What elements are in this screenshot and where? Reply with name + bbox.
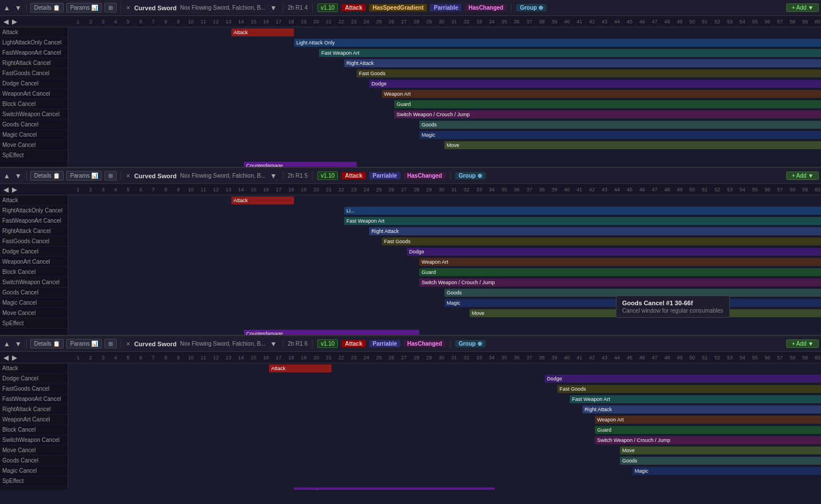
bar-7-0[interactable]: Guard bbox=[394, 100, 821, 108]
bar-3-0[interactable]: Right Attack bbox=[344, 59, 821, 67]
label-row-10: Magic Cancel bbox=[0, 298, 68, 308]
tag-haschanged[interactable]: HasChanged bbox=[404, 340, 446, 347]
label-row-13 bbox=[0, 161, 68, 167]
tag-hasspeedgradient[interactable]: HasSpeedGradient bbox=[369, 4, 427, 11]
bar-7-0[interactable]: Guard bbox=[419, 268, 821, 276]
bar-1-0[interactable]: Li... bbox=[344, 207, 821, 215]
bar-9-0[interactable]: Goods bbox=[419, 121, 821, 129]
track-row-11: Move bbox=[68, 140, 821, 150]
close-btn[interactable]: × bbox=[124, 4, 132, 12]
bar-4-0[interactable]: Fast Goods bbox=[382, 237, 821, 245]
bar-3-0[interactable]: Right Attack bbox=[369, 227, 821, 235]
frame-num-54: 54 bbox=[736, 19, 749, 24]
close-btn[interactable]: × bbox=[124, 172, 132, 180]
bar-12-0[interactable]: Counterdamage bbox=[294, 487, 495, 490]
panel-up-btn[interactable]: ▲ bbox=[2, 340, 11, 348]
params-btn[interactable]: Params 📊 bbox=[66, 171, 102, 181]
tag-attack[interactable]: Attack bbox=[341, 340, 366, 347]
bar-9-0[interactable]: Goods bbox=[620, 457, 821, 465]
group-tag[interactable]: Group ⊕ bbox=[455, 172, 485, 179]
subtitle-expand-btn[interactable]: ▼ bbox=[269, 340, 278, 348]
bar-3-0[interactable]: Fast Weapon Art bbox=[570, 395, 821, 403]
bar-0-0[interactable]: Attack bbox=[231, 28, 294, 36]
bar-10-0[interactable]: Magic bbox=[632, 467, 821, 475]
label-row-3: RightAttack Cancel bbox=[0, 226, 68, 236]
params-btn[interactable]: Params 📊 bbox=[66, 339, 102, 349]
bar-0-0[interactable]: Attack bbox=[269, 364, 332, 372]
group-tag[interactable]: Group ⊕ bbox=[455, 340, 485, 347]
panel-down-btn[interactable]: ▼ bbox=[14, 172, 23, 180]
tag-parriable[interactable]: Parriable bbox=[369, 172, 401, 179]
add-btn[interactable]: + Add ▼ bbox=[786, 339, 819, 348]
bar-4-0[interactable]: Fast Goods bbox=[357, 69, 821, 77]
frame-num-60: 60 bbox=[811, 187, 821, 192]
bar-5-0[interactable]: Dodge bbox=[369, 80, 821, 88]
scroll-right-btn[interactable]: ▶ bbox=[11, 354, 18, 362]
group-tag[interactable]: Group ⊕ bbox=[516, 4, 546, 11]
bar-5-0[interactable]: Dodge bbox=[407, 248, 821, 256]
panel-up-btn[interactable]: ▲ bbox=[2, 4, 11, 12]
bar-6-0[interactable]: Guard bbox=[595, 426, 821, 434]
frame-num-32: 32 bbox=[460, 187, 473, 192]
params-btn[interactable]: Params 📊 bbox=[66, 3, 102, 13]
frame-num-27: 27 bbox=[398, 19, 410, 24]
frame-num-2: 2 bbox=[84, 19, 97, 24]
tag-attack[interactable]: Attack bbox=[341, 4, 366, 11]
frame-num-44: 44 bbox=[611, 355, 623, 360]
grid-btn[interactable]: ⊞ bbox=[104, 3, 117, 13]
subtitle-expand-btn[interactable]: ▼ bbox=[269, 172, 278, 180]
details-btn[interactable]: Details 📋 bbox=[30, 171, 64, 181]
bar-6-0[interactable]: Weapon Art bbox=[419, 258, 821, 266]
bar-8-0[interactable]: Switch Weapon / Crouch / Jump bbox=[394, 110, 821, 118]
scroll-right-btn[interactable]: ▶ bbox=[11, 18, 18, 26]
add-btn[interactable]: + Add ▼ bbox=[786, 3, 819, 12]
frame-num-36: 36 bbox=[510, 19, 523, 24]
frame-num-51: 51 bbox=[699, 19, 711, 24]
bar-1-0[interactable]: Light Attack Only bbox=[294, 39, 821, 47]
bar-8-0[interactable]: Switch Weapon / Crouch / Jump bbox=[419, 278, 821, 286]
scroll-right-btn[interactable]: ▶ bbox=[11, 186, 18, 194]
bar-0-0[interactable]: Attack bbox=[231, 196, 294, 204]
details-btn[interactable]: Details 📋 bbox=[30, 3, 64, 13]
bar-4-0[interactable]: Right Attack bbox=[582, 405, 821, 413]
bar-11-0[interactable]: Move bbox=[444, 141, 821, 149]
bar-8-0[interactable]: Move bbox=[620, 446, 821, 454]
tag-haschanged[interactable]: HasChanged bbox=[465, 4, 507, 11]
panel-down-btn[interactable]: ▼ bbox=[14, 4, 23, 12]
tracks-area: AttackLight Attack OnlyFast Weapon ArtRi… bbox=[68, 27, 821, 167]
frame-num-57: 57 bbox=[774, 19, 786, 24]
frame-num-3: 3 bbox=[97, 355, 109, 360]
bar-7-0[interactable]: Switch Weapon / Crouch / Jump bbox=[595, 436, 821, 444]
tag-parriable[interactable]: Parriable bbox=[369, 340, 401, 347]
scroll-left-btn[interactable]: ◀ bbox=[2, 18, 10, 26]
track-row-5: Weapon Art bbox=[68, 415, 821, 425]
frame-num-50: 50 bbox=[686, 19, 699, 24]
tag-attack[interactable]: Attack bbox=[341, 172, 366, 179]
tag-haschanged[interactable]: HasChanged bbox=[404, 172, 446, 179]
grid-btn[interactable]: ⊞ bbox=[104, 171, 117, 181]
grid-btn[interactable]: ⊞ bbox=[104, 339, 117, 349]
panel-down-btn[interactable]: ▼ bbox=[14, 340, 23, 348]
scroll-left-btn[interactable]: ◀ bbox=[2, 354, 10, 362]
bar-6-0[interactable]: Weapon Art bbox=[382, 90, 821, 98]
timeline-header: ◀ ▶ 123456789101112131415161718192021222… bbox=[0, 16, 821, 27]
bar-13-0[interactable]: Counterdamage bbox=[244, 162, 357, 167]
close-btn[interactable]: × bbox=[124, 340, 132, 348]
scroll-left-btn[interactable]: ◀ bbox=[2, 186, 10, 194]
bar-2-0[interactable]: Fast Weapon Art bbox=[319, 49, 821, 57]
tag-parriable[interactable]: Parriable bbox=[430, 4, 461, 11]
frame-num-10: 10 bbox=[185, 19, 197, 24]
panel-up-btn[interactable]: ▲ bbox=[2, 172, 11, 180]
bar-13-0[interactable]: Counterdamage bbox=[244, 330, 419, 335]
bar-5-0[interactable]: Weapon Art bbox=[595, 416, 821, 424]
frame-num-14: 14 bbox=[235, 19, 247, 24]
track-row-8: Switch Weapon / Crouch / Jump bbox=[68, 109, 821, 120]
bar-2-0[interactable]: Fast Goods bbox=[557, 385, 821, 393]
add-btn[interactable]: + Add ▼ bbox=[786, 171, 819, 180]
details-btn[interactable]: Details 📋 bbox=[30, 339, 64, 349]
bar-10-0[interactable]: Magic bbox=[419, 131, 821, 139]
bar-2-0[interactable]: Fast Weapon Art bbox=[344, 217, 821, 225]
frame-num-52: 52 bbox=[711, 19, 724, 24]
subtitle-expand-btn[interactable]: ▼ bbox=[269, 4, 278, 12]
bar-1-0[interactable]: Dodge bbox=[545, 375, 821, 383]
